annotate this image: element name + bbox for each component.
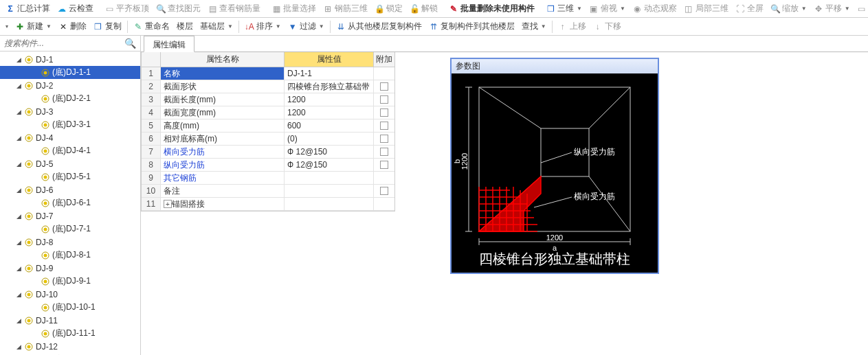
prop-extra[interactable] — [374, 133, 394, 145]
prop-value[interactable]: (0) — [285, 133, 374, 145]
3d-button[interactable]: ❒三维▼ — [543, 1, 585, 16]
prop-value[interactable]: DJ-1-1 — [285, 67, 374, 80]
tree-view[interactable]: ◢DJ-1(底)DJ-1-1◢DJ-2(底)DJ-2-1◢DJ-3(底)DJ-3… — [0, 51, 140, 355]
tree-parent[interactable]: ◢DJ-5 — [0, 157, 140, 170]
tree-parent[interactable]: ◢DJ-1 — [0, 53, 140, 66]
tree-parent[interactable]: ◢DJ-6 — [0, 183, 140, 196]
move-down-button[interactable]: ↓下移 — [590, 19, 624, 34]
prop-value[interactable] — [285, 198, 374, 210]
pan-button[interactable]: ✥平移▼ — [811, 1, 853, 16]
col-header-extra[interactable]: 附加 — [374, 52, 394, 67]
prop-value[interactable]: 四棱锥台形独立基础带 — [285, 80, 374, 93]
tree-child[interactable]: (底)DJ-10-1 — [0, 301, 140, 314]
tree-parent[interactable]: ◢DJ-7 — [0, 209, 140, 222]
property-row[interactable]: 2截面形状四棱锥台形独立基础带 — [142, 80, 394, 93]
prop-value[interactable] — [285, 172, 374, 184]
property-row[interactable]: 4截面宽度(mm)1200 — [142, 106, 394, 119]
fullscreen-button[interactable]: ⛶全屏 — [733, 1, 766, 16]
tree-child[interactable]: (底)DJ-4-1 — [0, 144, 140, 157]
checkbox-icon[interactable] — [380, 122, 388, 130]
checkbox-icon[interactable] — [380, 148, 388, 156]
property-row[interactable]: 3截面长度(mm)1200 — [142, 93, 394, 106]
tree-parent[interactable]: ◢DJ-4 — [0, 131, 140, 144]
tree-child[interactable]: (底)DJ-6-1 — [0, 196, 140, 209]
copy-button[interactable]: ❐复制 — [91, 19, 124, 34]
property-row[interactable]: 1名称DJ-1-1 — [142, 67, 394, 80]
tab-property-edit[interactable]: 属性编辑 — [144, 36, 194, 52]
prop-extra[interactable] — [374, 172, 394, 184]
property-row[interactable]: 10备注 — [142, 185, 394, 198]
sum-calc-button[interactable]: Σ汇总计算 — [3, 1, 53, 16]
prop-value[interactable] — [285, 185, 374, 197]
prop-value[interactable]: 1200 — [285, 93, 374, 106]
rename-button[interactable]: ✎重命名 — [131, 19, 173, 34]
property-row[interactable]: 7横向受力筋Ф 12@150 — [142, 146, 394, 159]
checkbox-icon[interactable] — [380, 95, 388, 104]
property-row[interactable]: 9其它钢筋 — [142, 172, 394, 185]
prop-extra[interactable] — [374, 93, 394, 106]
lock-button[interactable]: 🔒锁定 — [372, 1, 405, 16]
tree-parent[interactable]: ◢DJ-8 — [0, 236, 140, 249]
new-button[interactable]: ✚新建▼ — [12, 19, 54, 34]
tree-child[interactable]: (底)DJ-3-1 — [0, 118, 140, 131]
tree-parent[interactable]: ◢DJ-11 — [0, 314, 140, 327]
top-view-button[interactable]: ▣俯视▼ — [586, 1, 628, 16]
cloud-check-button[interactable]: ☁云检查 — [54, 1, 96, 16]
batch-select-button[interactable]: ▦批量选择 — [269, 1, 319, 16]
checkbox-icon[interactable] — [380, 161, 388, 169]
checkbox-icon[interactable] — [380, 82, 388, 91]
prop-extra[interactable] — [374, 119, 394, 132]
tree-child[interactable]: (底)DJ-11-1 — [0, 327, 140, 340]
property-row[interactable]: 6相对底标高(m)(0) — [142, 133, 394, 146]
copy-from-floors-button[interactable]: ⇊从其他楼层复制构件 — [333, 19, 425, 34]
tree-parent[interactable]: ◢DJ-12 — [0, 340, 140, 353]
col-header-value[interactable]: 属性值 — [285, 52, 374, 67]
flat-top-button[interactable]: ▭平齐板顶 — [102, 1, 152, 16]
prop-extra[interactable] — [374, 198, 394, 210]
tree-parent[interactable]: ◢DJ-2 — [0, 79, 140, 92]
view-rebar-button[interactable]: ▤查看钢筋量 — [205, 1, 263, 16]
tree-child[interactable]: (底)DJ-8-1 — [0, 249, 140, 262]
prop-extra[interactable] — [374, 146, 394, 158]
tree-parent[interactable]: ◢DJ-3 — [0, 105, 140, 118]
local3d-button[interactable]: ◫局部三维 — [681, 1, 731, 16]
move-up-button[interactable]: ↑上移 — [555, 19, 589, 34]
delete-button[interactable]: ✕删除 — [56, 19, 89, 34]
rebar3d-button[interactable]: ⊞钢筋三维 — [320, 1, 370, 16]
find-element-button[interactable]: 🔍查找图元 — [153, 1, 203, 16]
batch-delete-button[interactable]: ✎批量删除未使用构件 — [446, 1, 537, 16]
tree-parent[interactable]: ◢DJ-10 — [0, 288, 140, 301]
prop-extra[interactable] — [374, 80, 394, 93]
tree-child[interactable]: (底)DJ-9-1 — [0, 275, 140, 288]
tree-child[interactable]: (底)DJ-1-1 — [0, 66, 140, 79]
prop-value[interactable]: 600 — [285, 119, 374, 132]
expand-icon[interactable]: + — [164, 200, 172, 208]
checkbox-icon[interactable] — [380, 135, 388, 143]
prop-extra[interactable] — [374, 185, 394, 197]
property-row[interactable]: 8纵向受力筋Ф 12@150 — [142, 159, 394, 172]
prop-value[interactable]: Ф 12@150 — [285, 159, 374, 171]
prop-value[interactable]: Ф 12@150 — [285, 146, 374, 158]
zoom-button[interactable]: 🔍缩放▼ — [768, 1, 810, 16]
prop-extra[interactable] — [374, 159, 394, 171]
unlock-button[interactable]: 🔓解锁 — [407, 1, 441, 16]
property-row[interactable]: 5高度(mm)600 — [142, 119, 394, 133]
col-header-name[interactable]: 属性名称 — [161, 52, 285, 67]
tree-child[interactable]: (底)DJ-5-1 — [0, 170, 140, 183]
tree-child[interactable]: (底)DJ-7-1 — [0, 222, 140, 236]
filter-button[interactable]: ▼过滤▼ — [285, 19, 327, 34]
prop-extra[interactable] — [374, 106, 394, 119]
prop-extra[interactable] — [374, 67, 394, 80]
chevron-down-icon[interactable]: ▾ — [5, 23, 8, 30]
sort-button[interactable]: ↓A排序▼ — [242, 19, 284, 34]
tree-parent[interactable]: ◢DJ-9 — [0, 262, 140, 275]
search-go-icon[interactable]: 🔍 — [124, 38, 136, 49]
property-row[interactable]: 11+ 锚固搭接 — [142, 198, 394, 211]
base-floor-select[interactable]: 基础层▼ — [197, 19, 236, 34]
prop-value[interactable]: 1200 — [285, 106, 374, 119]
tree-child[interactable]: (底)DJ-2-1 — [0, 92, 140, 105]
checkbox-icon[interactable] — [380, 108, 388, 117]
copy-to-floors-button[interactable]: ⇈复制构件到其他楼层 — [426, 19, 518, 34]
screen-button[interactable]: ▭屏 — [854, 1, 868, 16]
orbit-button[interactable]: ◉动态观察 — [630, 1, 680, 16]
